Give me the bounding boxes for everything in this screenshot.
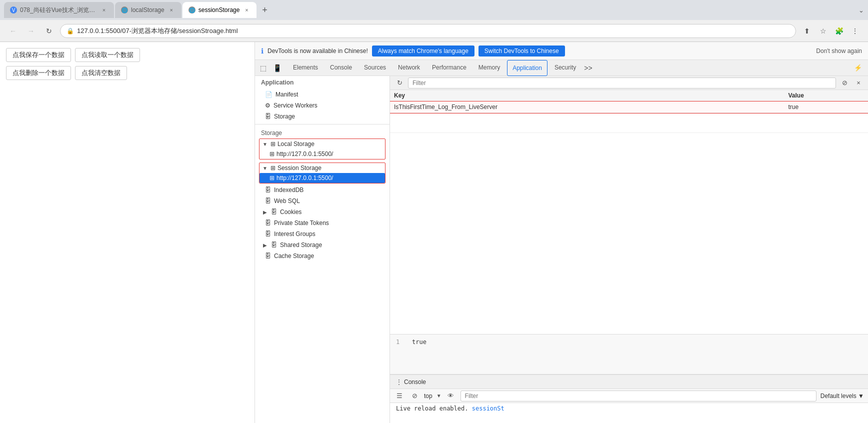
console-clear-btn[interactable]: ⊘ xyxy=(409,390,420,402)
sidebar-service-workers[interactable]: ⚙ Service Workers xyxy=(255,100,390,111)
filter-input[interactable] xyxy=(408,78,836,88)
sidebar-storage-top[interactable]: 🗄 Storage xyxy=(255,111,390,122)
shared-storage-label: Shared Storage xyxy=(280,242,322,248)
reload-button[interactable]: ↻ xyxy=(42,24,56,38)
key-header: Key xyxy=(390,90,784,102)
preview-line: 1 true xyxy=(396,338,862,346)
tab-sources[interactable]: Sources xyxy=(358,60,392,76)
console-eye-btn[interactable]: 👁 xyxy=(446,390,456,402)
forward-button[interactable]: → xyxy=(24,24,38,38)
storage-top-label: Storage xyxy=(274,113,295,120)
sidebar-manifest[interactable]: 📄 Manifest xyxy=(255,89,390,100)
tab-1[interactable]: V 078_尚硅谷Vue技术_浏览器本地 × xyxy=(4,2,114,18)
local-storage-arrow: ▼ xyxy=(262,142,268,147)
sidebar-interest-groups[interactable]: 🗄 Interest Groups xyxy=(255,228,390,240)
sidebar-cache-storage[interactable]: 🗄 Cache Storage xyxy=(255,250,390,262)
sidebar-indexeddb[interactable]: 🗄 IndexedDB xyxy=(255,184,390,196)
storage-top-icon: 🗄 xyxy=(265,113,271,120)
address-actions: ⬆ ☆ 🧩 ⋮ xyxy=(800,24,862,38)
refresh-btn[interactable]: ↻ xyxy=(394,78,405,88)
devtools-table: Key Value IsThisFirstTime_Log_From_LiveS… xyxy=(390,90,868,334)
main-content: 点我保存一个数据 点我读取一个数据 点我删除一个数据 点我清空数据 ℹ DevT… xyxy=(0,42,868,423)
session-storage-child-icon: ⊞ xyxy=(270,174,274,182)
value-preview: 1 true xyxy=(390,334,868,374)
manifest-label: Manifest xyxy=(276,91,298,98)
new-tab-button[interactable]: + xyxy=(258,3,272,17)
session-storage-group: ▼ ⊞ Session Storage ⊞ http://127.0.0.1:5… xyxy=(259,162,386,184)
sidebar-private-state[interactable]: 🗄 Private State Tokens xyxy=(255,218,390,228)
tab-security[interactable]: Security xyxy=(548,60,582,76)
settings-button[interactable]: ⚡ xyxy=(850,64,866,72)
session-storage-label: Session Storage xyxy=(278,164,322,172)
dont-show-again[interactable]: Don't show again xyxy=(816,48,862,54)
indexeddb-label: IndexedDB xyxy=(274,186,304,194)
menu-button[interactable]: ⋮ xyxy=(848,24,862,38)
device-icon[interactable]: 📱 xyxy=(271,62,283,74)
sidebar-websql[interactable]: 🗄 Web SQL xyxy=(255,196,390,206)
tab-2[interactable]: 🌐 localStorage × xyxy=(115,2,182,18)
share-button[interactable]: ⬆ xyxy=(800,24,814,38)
devtools-notification: ℹ DevTools is now available in Chinese! … xyxy=(255,42,868,60)
default-levels[interactable]: Default levels ▼ xyxy=(820,392,864,400)
console-dots-icon: ⋮ xyxy=(396,378,402,386)
devtools-main-toolbar: ↻ ⊘ × xyxy=(390,76,868,90)
sidebar-divider xyxy=(255,124,390,124)
shared-storage-arrow: ▶ xyxy=(263,242,267,248)
address-input[interactable]: 🔒 127.0.0.1:5500/07-浏览器本地存储/sessionStroa… xyxy=(60,24,796,38)
console-sidebar-btn[interactable]: ☰ xyxy=(394,390,405,402)
devtools-panel: ℹ DevTools is now available in Chinese! … xyxy=(255,42,868,423)
manifest-icon: 📄 xyxy=(265,91,272,98)
sidebar-cookies[interactable]: ▶ 🗄 Cookies xyxy=(255,206,390,218)
tab-3-close[interactable]: × xyxy=(242,6,250,14)
local-storage-child[interactable]: ⊞ http://127.0.0.1:5500/ xyxy=(260,149,385,159)
shared-storage-icon: 🗄 xyxy=(271,242,277,248)
tab-3-favicon: 🌐 xyxy=(188,6,196,14)
local-storage-icon: ⊞ xyxy=(270,140,276,148)
tab-elements[interactable]: Elements xyxy=(287,60,324,76)
console-header-label: Console xyxy=(404,378,426,386)
sidebar-shared-storage[interactable]: ▶ 🗄 Shared Storage xyxy=(255,240,390,250)
session-storage-child-active[interactable]: ⊞ http://127.0.0.1:5500/ xyxy=(260,173,385,183)
devtools-main: ↻ ⊘ × Key Value xyxy=(390,76,868,423)
switch-devtools-btn[interactable]: Switch DevTools to Chinese xyxy=(478,46,565,56)
tab-2-close[interactable]: × xyxy=(168,6,176,14)
bookmark-button[interactable]: ☆ xyxy=(816,24,830,38)
tab-2-favicon: 🌐 xyxy=(121,6,128,14)
console-header[interactable]: ⋮ Console xyxy=(390,375,868,389)
tab-application[interactable]: Application xyxy=(507,60,548,76)
tab-1-favicon: V xyxy=(10,6,17,14)
always-match-btn[interactable]: Always match Chrome's language xyxy=(372,46,474,56)
tab-performance[interactable]: Performance xyxy=(426,60,472,76)
read-btn[interactable]: 点我读取一个数据 xyxy=(75,48,140,62)
session-storage-header[interactable]: ▼ ⊞ Session Storage xyxy=(260,163,385,173)
console-filter-input[interactable] xyxy=(460,390,816,402)
websql-label: Web SQL xyxy=(274,198,300,204)
console-section: ⋮ Console ☰ ⊘ top ▼ 👁 Default levels ▼ xyxy=(390,374,868,423)
tab-network[interactable]: Network xyxy=(392,60,426,76)
tab-console[interactable]: Console xyxy=(324,60,358,76)
tab-3[interactable]: 🌐 sessionStorage × xyxy=(182,2,257,18)
devtools-tabs: ⬚ 📱 Elements Console Sources Network Per… xyxy=(255,60,868,76)
storage-table: Key Value IsThisFirstTime_Log_From_LiveS… xyxy=(390,90,868,133)
delete-btn[interactable]: 点我删除一个数据 xyxy=(6,66,71,80)
clear-filter-btn[interactable]: ⊘ xyxy=(839,78,850,88)
tab-1-close[interactable]: × xyxy=(100,6,108,14)
tab-memory[interactable]: Memory xyxy=(472,60,506,76)
console-link[interactable]: sessionSt xyxy=(472,405,504,412)
session-storage-url: http://127.0.0.1:5500/ xyxy=(276,174,333,182)
tab-overflow-button[interactable]: ⌄ xyxy=(858,6,864,14)
tab-3-title: sessionStorage xyxy=(198,6,240,14)
table-row[interactable]: IsThisFirstTime_Log_From_LiveServer true xyxy=(390,102,868,113)
close-btn[interactable]: × xyxy=(853,78,864,88)
inspect-icon[interactable]: ⬚ xyxy=(257,62,269,74)
extensions-button[interactable]: 🧩 xyxy=(832,24,846,38)
save-btn[interactable]: 点我保存一个数据 xyxy=(6,48,71,62)
back-button[interactable]: ← xyxy=(6,24,20,38)
key-cell: IsThisFirstTime_Log_From_LiveServer xyxy=(390,102,784,113)
console-text: Live reload enabled. xyxy=(396,405,468,412)
clear-btn[interactable]: 点我清空数据 xyxy=(75,66,127,80)
notification-text: DevTools is now available in Chinese! xyxy=(268,48,368,54)
more-tabs-button[interactable]: >> xyxy=(584,64,592,72)
context-arrow[interactable]: ▼ xyxy=(436,393,442,398)
local-storage-header[interactable]: ▼ ⊞ Local Storage xyxy=(260,139,385,149)
